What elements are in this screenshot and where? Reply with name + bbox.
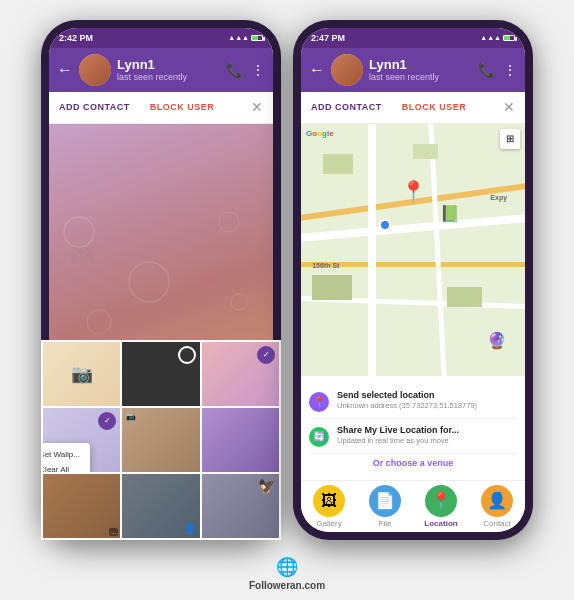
tab-gallery-2[interactable]: 🖼 Gallery [301,481,357,532]
avatar-2[interactable] [331,54,363,86]
call-icon-1[interactable]: 📞 [226,62,243,78]
status-time-1: 2:42 PM [59,33,93,43]
map-pin-purple: 🔮 [487,331,507,350]
status-icons-1: ▲▲▲ [228,34,263,41]
svg-point-2 [129,262,169,302]
share-live-location-option[interactable]: 🔄 Share My Live Location for... Updated … [309,419,517,454]
gallery-icon-2: 🖼 [321,492,337,510]
contact-status-2: last seen recently [369,72,472,82]
google-logo: Google [306,129,334,138]
contact-icon-bg-2: 👤 [481,485,513,517]
live-location-title: Share My Live Location for... [337,425,459,435]
tab-contact-2[interactable]: 👤 Contact [469,481,525,532]
live-location-info: Share My Live Location for... Updated in… [337,425,459,445]
map-block-4 [447,287,482,307]
media-select-4[interactable]: ✓ [98,412,116,430]
watermark: 🌐 Followeran.com [249,556,325,591]
status-bar-2: 2:47 PM ▲▲▲ [301,28,525,48]
svg-text:💕: 💕 [199,267,219,286]
back-button-2[interactable]: ← [309,61,325,79]
back-button-1[interactable]: ← [57,61,73,79]
context-menu-item-2[interactable]: ✓ Clear All [49,462,90,472]
tab-location-2[interactable]: 📍 Location [413,481,469,532]
camera-icon: 📷 [71,363,93,385]
file-icon-2: 📄 [375,491,395,510]
svg-point-1 [219,212,239,232]
file-icon-bg-2: 📄 [369,485,401,517]
more-icon-2[interactable]: ⋮ [503,62,517,78]
map-label-expy: Expy [490,194,507,201]
media-select-2[interactable] [178,346,196,364]
live-location-icon: 🔄 [309,427,329,447]
contact-name-2: Lynn1 [369,57,472,72]
media-cell-7[interactable]: ... [49,474,120,532]
battery-icon [251,35,263,41]
media-cell-3[interactable]: ✓ [202,342,273,406]
live-location-subtitle: Updated in real time as you move [337,436,459,445]
block-user-button-2[interactable]: BLOCK USER [402,102,467,112]
map-label-156th: 156th St [312,262,339,269]
map-block-2 [413,144,438,159]
send-location-icon: 📍 [309,392,329,412]
bottom-tabs-2: 🖼 Gallery 📄 File 📍 Locat [301,480,525,532]
close-button-2[interactable]: ✕ [503,99,515,115]
map-road-v2 [429,124,447,376]
chat-header-1: ← Lynn1 last seen recently 📞 ⋮ [49,48,273,92]
signal-icon: ▲▲▲ [228,34,249,41]
context-menu-item-1[interactable]: ✓ Set Wallp... [49,447,90,462]
action-bar-1: ADD CONTACT BLOCK USER ✕ [49,92,273,124]
map-background: Google Expy 156th St ⊞ 📍 📗 🔮 [301,124,525,376]
location-options: 📍 Send selected location Unknown address… [301,376,525,480]
media-cell-9[interactable]: 🦅 [202,474,273,532]
svg-point-3 [87,310,111,334]
add-contact-button-1[interactable]: ADD CONTACT [59,102,130,112]
gallery-icon-bg-2: 🖼 [313,485,345,517]
add-contact-button-2[interactable]: ADD CONTACT [311,102,382,112]
map-layers-button[interactable]: ⊞ [500,129,520,149]
media-cell-4[interactable]: ✓ ✓ Set Wallp... ✓ Clear All [49,408,120,472]
send-location-title: Send selected location [337,390,477,400]
media-cell-5[interactable]: 📷 [122,408,199,472]
block-user-button-1[interactable]: BLOCK USER [150,102,215,112]
contact-name-1: Lynn1 [117,57,220,72]
media-cell-1[interactable]: 📷 [49,342,120,406]
media-cell-6[interactable] [202,408,273,472]
header-actions-2: 📞 ⋮ [478,62,517,78]
media-select-3[interactable]: ✓ [257,346,273,364]
chat-header-2: ← Lynn1 last seen recently 📞 ⋮ [301,48,525,92]
location-icon-2: 📍 [431,491,451,510]
send-location-option[interactable]: 📍 Send selected location Unknown address… [309,384,517,419]
contact-status-1: last seen recently [117,72,220,82]
phone-2: 2:47 PM ▲▲▲ ← Lynn1 [293,20,533,540]
media-grid-1: 📷 ✓ ✓ ✓ Set [49,340,273,532]
map-road-h1 [301,215,525,242]
media-cell-2[interactable] [122,342,199,406]
send-location-info: Send selected location Unknown address (… [337,390,477,410]
more-icon-1[interactable]: ⋮ [251,62,265,78]
header-info-1: Lynn1 last seen recently [117,57,220,82]
action-bar-2: ADD CONTACT BLOCK USER ✕ [301,92,525,124]
header-info-2: Lynn1 last seen recently [369,57,472,82]
globe-icon: 🌐 [276,556,298,578]
header-actions-1: 📞 ⋮ [226,62,265,78]
tab-file-2[interactable]: 📄 File [357,481,413,532]
map-block-1 [323,154,353,174]
battery-icon-2 [503,35,515,41]
send-location-subtitle: Unknown address (35.732273,51.518779) [337,401,477,410]
status-time-2: 2:47 PM [311,33,345,43]
media-cell-8[interactable]: 👤 [122,474,199,532]
phone-1: 2:42 PM ▲▲▲ ← Lynn1 [41,20,281,540]
watermark-text: Followeran.com [249,580,325,591]
contact-label-2: Contact [483,519,511,528]
location-icon-bg-2: 📍 [425,485,457,517]
avatar-1[interactable] [79,54,111,86]
map-container: Google Expy 156th St ⊞ 📍 📗 🔮 [301,124,525,376]
svg-point-0 [64,217,94,247]
gallery-label-2: Gallery [316,519,341,528]
status-icons-2: ▲▲▲ [480,34,515,41]
close-button-1[interactable]: ✕ [251,99,263,115]
context-menu: ✓ Set Wallp... ✓ Clear All ✓ Delete chat [49,443,90,472]
contact-icon-2: 👤 [487,491,507,510]
call-icon-2[interactable]: 📞 [478,62,495,78]
or-venue-label: Or choose a venue [309,454,517,472]
